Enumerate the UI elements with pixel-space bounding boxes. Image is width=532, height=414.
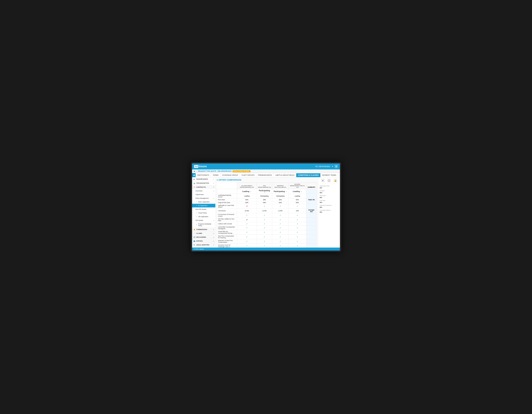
edit-role-2[interactable]: ✎ [286, 191, 287, 192]
sidebar-item-life-quotes[interactable]: Life Quotes ▸ [192, 219, 215, 222]
checkmark-icon: ✓ [280, 227, 281, 229]
insurer-header-0: ALLIANZ DIRECT VERSICHERUNGS-AG [237, 183, 257, 189]
right-panel-icons: ≡ 📋 🔔 [320, 179, 339, 183]
table-row: Applicable on Lower Risk Share?✗✓✓✓ [217, 204, 317, 209]
settings-icon[interactable]: ⚙ [334, 165, 338, 168]
sidebar-item-travel-policy[interactable]: + Travel Policy [192, 211, 215, 215]
tab-scroll-left[interactable]: ◀ [192, 173, 196, 177]
insurer-header-1: AXA VERSICHERUNG AG [257, 183, 272, 189]
cell-8-0: ✓ [237, 226, 257, 230]
sidebar-label-parties: PARTIES [196, 240, 203, 242]
bell-icon[interactable]: 🔔 [333, 179, 337, 182]
sidebar-item-life-application[interactable]: + Life Application [192, 215, 215, 219]
cell-11-0: ✓ [237, 239, 257, 244]
rp-field: Payment FrequencyN/A [320, 205, 339, 208]
tab-conditions-clauses[interactable]: CONDITIONS & CLAUSES [296, 173, 320, 177]
cell-0-3: Leading [289, 194, 306, 198]
sidebar-item-its-application[interactable]: + Its Application [192, 204, 215, 207]
user-greeting: Hi, Administrator [315, 165, 330, 168]
checkmark-icon: ✓ [264, 240, 265, 242]
expand-icon: ▸ [213, 220, 214, 221]
insurer-role-2: Participating ✎ [272, 189, 289, 194]
cell-11-1: ✓ [257, 239, 272, 244]
sidebar-label-recoveries: RECOVERIES [196, 236, 206, 238]
checkmark-icon: ✓ [280, 245, 281, 247]
breadcrumb-rfq[interactable]: ← REQUEST FOR QUOTE [196, 170, 216, 172]
checkmark-icon: ✓ [264, 236, 265, 238]
checkmark-icon: ✓ [297, 240, 298, 242]
tab-organisation[interactable]: ORGANISATION [338, 173, 340, 177]
table-row: Animal Bite Consequential Damage/sh...✓✓… [217, 226, 317, 230]
cell-5-0: ✓ [237, 213, 257, 218]
rp-field-label: Coverage Options [320, 209, 339, 211]
cell-1-0: 53% [237, 198, 257, 201]
table-row: Insurance Cover for Passenger Cars in...… [217, 244, 317, 248]
sidebar-item-claims[interactable]: 📄 CLAIMS ▸ [192, 231, 215, 235]
cell-10-0: ✓ [237, 235, 257, 239]
hamburger-icon[interactable]: ≡ [321, 179, 325, 182]
sidebar-item-dashboards[interactable]: ⊞ DASHBOARDS ▸ [192, 177, 215, 181]
commissions-icon: 💰 [193, 229, 195, 230]
expand-icon: ▸ [213, 198, 214, 199]
summary-12 [306, 244, 317, 248]
edit-role-0[interactable]: ✎ [250, 191, 251, 192]
clipboard-icon[interactable]: 📋 [327, 179, 331, 182]
tab-premium-rates[interactable]: PREMIUM RATES [256, 173, 274, 177]
chevron-down-icon[interactable]: ▾ [332, 165, 333, 168]
edit-role-3[interactable]: ✎ [301, 191, 302, 192]
tab-terms[interactable]: TERMS [211, 173, 220, 177]
row-label: New Price Compensation for Passeng... [217, 235, 237, 239]
sidebar-item-policy-management[interactable]: Policy Management ▸ [192, 196, 215, 200]
sidebar-item-non-life-quotes[interactable]: Non-Life Quotes [192, 207, 215, 211]
sidebar-item-recoveries[interactable]: 🔄 RECOVERIES ▸ [192, 235, 215, 239]
cell-10-2: ✓ [272, 235, 289, 239]
checkmark-icon: ✓ [246, 240, 248, 242]
sidebar-item-organisation[interactable]: 🏢 ORGANISATION ▸ [192, 181, 215, 185]
bottom-bar: © 2021 Adacta [192, 248, 340, 250]
insurer-header-3: BAVARIA REINSURANCE MALTA LTD [289, 183, 306, 189]
cell-6-2: ✓ [272, 218, 289, 222]
cell-2-3: 52% [289, 201, 306, 204]
table-row: Leading/participating InsurerLeadingPart… [217, 194, 317, 198]
sidebar-item-legal-disputes[interactable]: ⚖ LEGAL DISPUTES ▸ [192, 243, 215, 247]
checkmark-icon: ✓ [264, 219, 265, 221]
table-row: New Price Compensation for Passeng...✓✓✓… [217, 235, 317, 239]
cell-7-0: ✓ [237, 222, 257, 226]
tab-fleet-groups[interactable]: FLEET GROUPS [240, 173, 256, 177]
cell-2-2: 32% [272, 201, 289, 204]
row-label: 3rd Party Liability for Own Fleet [217, 218, 237, 222]
checkmark-icon: ✓ [297, 205, 298, 207]
sidebar-item-commissions[interactable]: 💰 COMMISSIONS ▸ [192, 228, 215, 231]
sidebar-item-reinsurance[interactable]: 🔁 REINSURANCE ▸ [192, 247, 215, 248]
expand-icon: ▸ [213, 229, 214, 230]
sidebar-label-adjustments: Adjustments [195, 194, 204, 195]
sidebar-label-contracts: CONTRACTS [196, 186, 206, 188]
checkmark-icon: ✓ [280, 214, 281, 216]
rp-field: Application DateN/A [320, 185, 339, 189]
tab-participants[interactable]: PARTICIPANTS [196, 173, 211, 177]
checkmark-icon: ✓ [297, 223, 298, 225]
sidebar-item-parties[interactable]: 👥 PARTIES ▸ [192, 239, 215, 243]
sidebar-item-contracts[interactable]: 📋 CONTRACTS ▾ [192, 185, 215, 189]
sidebar-label-non-life-quotes: Non-Life Quotes [195, 208, 207, 210]
checkmark-icon: ✓ [246, 231, 248, 233]
sidebar-item-motor-application[interactable]: + Motor Application [192, 200, 215, 204]
edit-role-1[interactable]: ✎ [264, 192, 265, 193]
table-row: Co-Insurance of Personal Losses✓✓✓✓ [217, 213, 317, 218]
tab-coverage-group[interactable]: COVERAGE GROUP [220, 173, 240, 177]
sidebar-item-overviews[interactable]: Overviews ▸ [192, 189, 215, 193]
checkmark-icon: ✓ [246, 236, 248, 238]
row-label: Collision With Animals [217, 222, 237, 226]
nav-back-icon[interactable]: ◀ [193, 170, 195, 172]
parties-icon: 👥 [193, 240, 195, 242]
contracts-icon: 📋 [193, 186, 195, 188]
summary-6 [306, 218, 317, 222]
cell-3-3: ✓ [289, 204, 306, 209]
summary-3 [306, 204, 317, 209]
checkmark-icon: ✓ [297, 227, 298, 229]
tab-payment-terms[interactable]: PAYMENT TERMS [321, 173, 338, 177]
sidebar-item-adjustments[interactable]: Adjustments [192, 193, 215, 196]
tab-limits-deductibles[interactable]: LIMITS & DEDUCTIBLES [274, 173, 296, 177]
sidebar-item-property-worldwide[interactable]: + Property Worldwide Policy [192, 222, 215, 228]
cell-4-1: 11.5% [257, 209, 272, 213]
